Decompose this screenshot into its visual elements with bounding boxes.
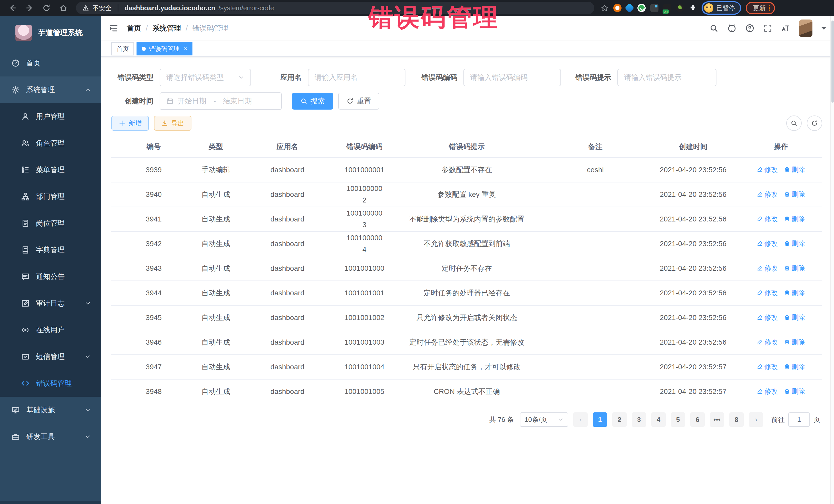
browser-reload-icon[interactable] [42, 4, 51, 12]
prev-page-button[interactable]: ‹ [573, 412, 588, 427]
sidebar-item-label: 基础设施 [26, 405, 55, 415]
breadcrumb-home[interactable]: 首页 [127, 23, 141, 33]
font-size-icon[interactable] [781, 24, 790, 33]
error-code-input[interactable]: 请输入错误码编码 [463, 69, 561, 86]
error-type-select[interactable]: 请选择错误码类型 [160, 69, 251, 86]
breadcrumb-current: 错误码管理 [193, 23, 228, 33]
bookmark-star-icon[interactable] [600, 4, 609, 12]
extension-icon[interactable] [650, 4, 658, 12]
browser-update-button[interactable]: 更新 [746, 2, 775, 14]
delete-link[interactable]: 删除 [784, 288, 805, 298]
reset-button[interactable]: 重置 [338, 93, 379, 110]
cell-time: 2021-04-20 23:52:57 [647, 379, 740, 404]
more-pages-button[interactable]: ••• [710, 412, 724, 427]
page-scrollbar[interactable] [830, 0, 834, 504]
sidebar-item-tools[interactable]: 研发工具 [0, 423, 101, 450]
edit-link[interactable]: 修改 [757, 387, 778, 396]
browser-forward-icon[interactable] [25, 4, 34, 12]
page-button[interactable]: 4 [651, 412, 666, 427]
sidebar-logo[interactable]: 芋道管理系统 [0, 16, 101, 50]
toggle-search-button[interactable] [786, 115, 802, 131]
delete-link[interactable]: 删除 [784, 239, 805, 248]
breadcrumb-section[interactable]: 系统管理 [152, 23, 181, 33]
page-button[interactable]: 8 [729, 412, 744, 427]
app-name-input[interactable]: 请输入应用名 [308, 69, 405, 86]
edit-link[interactable]: 修改 [757, 338, 778, 347]
next-page-button[interactable]: › [749, 412, 763, 427]
docs-help-icon[interactable] [745, 24, 754, 33]
extension-icon[interactable] [613, 4, 621, 12]
sidebar-item-tree[interactable]: 部门管理 [0, 183, 101, 210]
delete-link[interactable]: 删除 [784, 338, 805, 347]
create-time-range-picker[interactable]: 开始日期 - 结束日期 [160, 92, 282, 110]
edit-link[interactable]: 修改 [757, 264, 778, 273]
cell-id: 3947 [111, 355, 196, 379]
extension-icon[interactable] [676, 4, 684, 12]
sidebar-item-online[interactable]: 在线用户 [0, 317, 101, 343]
page-button[interactable]: 5 [671, 412, 685, 427]
sidebar-item-infra[interactable]: 基础设施 [0, 397, 101, 423]
table-row: 3940自动生成dashboard100100000 2参数配置 key 重复2… [111, 182, 822, 207]
page-button[interactable]: 1 [593, 412, 607, 427]
delete-link[interactable]: 删除 [784, 363, 805, 371]
tab-error-code[interactable]: 错误码管理 × [136, 42, 193, 56]
extension-icon[interactable] [625, 3, 634, 13]
cell-memo [544, 207, 647, 232]
delete-link[interactable]: 删除 [784, 215, 805, 223]
browser-home-icon[interactable] [59, 4, 68, 12]
sidebar-item-audit[interactable]: 审计日志 [0, 290, 101, 317]
delete-link[interactable]: 删除 [784, 165, 805, 174]
delete-link[interactable]: 删除 [784, 313, 805, 322]
sidebar-item-code[interactable]: 错误码管理 [0, 370, 101, 397]
github-icon[interactable] [727, 24, 737, 33]
edit-link[interactable]: 修改 [757, 239, 778, 248]
tab-close-icon[interactable]: × [184, 46, 187, 52]
sidebar-item-notice[interactable]: 通知公告 [0, 263, 101, 290]
delete-link[interactable]: 删除 [784, 264, 805, 273]
refresh-table-button[interactable] [807, 115, 822, 131]
delete-link[interactable]: 删除 [784, 387, 805, 396]
sidebar-item-users[interactable]: 角色管理 [0, 130, 101, 156]
collapse-menu-icon[interactable] [109, 23, 118, 33]
page-size-select[interactable]: 10条/页 [520, 412, 568, 427]
page-button[interactable]: 3 [632, 412, 646, 427]
sidebar-item-post[interactable]: 岗位管理 [0, 210, 101, 237]
address-bar[interactable]: 不安全 dashboard.yudao.iocoder.cn/system/er… [76, 2, 594, 14]
page-button[interactable]: 2 [612, 412, 627, 427]
edit-link[interactable]: 修改 [757, 165, 778, 174]
edit-link[interactable]: 修改 [757, 288, 778, 298]
browser-profile-badge[interactable]: 已暂停 [702, 1, 741, 15]
pagination: 共 76 条 10条/页 ‹ 123456•••8 › 前往 1 页 [111, 412, 820, 427]
search-button[interactable]: 搜索 [292, 93, 333, 110]
delete-link[interactable]: 删除 [784, 190, 805, 199]
extensions-puzzle-icon[interactable] [689, 4, 697, 12]
extension-icon[interactable] [663, 4, 671, 12]
tab-home[interactable]: 首页 [111, 42, 134, 56]
sidebar-item-gear[interactable]: 系统管理 [0, 76, 101, 103]
edit-link[interactable]: 修改 [757, 215, 778, 223]
extension-icon[interactable] [637, 4, 646, 12]
header-search-icon[interactable] [709, 24, 719, 33]
sidebar-item-dict[interactable]: 字典管理 [0, 237, 101, 263]
edit-icon [757, 314, 763, 321]
chevron-down-icon [85, 407, 91, 413]
browser-menu-icon[interactable] [769, 4, 771, 12]
error-msg-input[interactable]: 请输入错误码提示 [617, 69, 717, 86]
edit-link[interactable]: 修改 [757, 313, 778, 322]
sidebar-item-menu[interactable]: 菜单管理 [0, 156, 101, 183]
sidebar-item-user[interactable]: 用户管理 [0, 103, 101, 130]
sidebar-item-sms[interactable]: 短信管理 [0, 343, 101, 370]
add-button[interactable]: 新增 [111, 116, 149, 131]
fullscreen-icon[interactable] [763, 24, 772, 33]
goto-page-input[interactable]: 1 [788, 412, 810, 427]
page-button[interactable]: 6 [690, 412, 705, 427]
browser-back-icon[interactable] [8, 4, 17, 12]
user-menu-caret-icon[interactable] [821, 27, 826, 32]
sidebar-item-dashboard[interactable]: 首页 [0, 50, 101, 76]
cell-app: dashboard [236, 232, 339, 256]
edit-link[interactable]: 修改 [757, 363, 778, 371]
export-button[interactable]: 导出 [154, 116, 192, 131]
edit-link[interactable]: 修改 [757, 190, 778, 199]
sidebar-item-label: 岗位管理 [36, 218, 65, 228]
user-avatar[interactable] [799, 20, 812, 37]
